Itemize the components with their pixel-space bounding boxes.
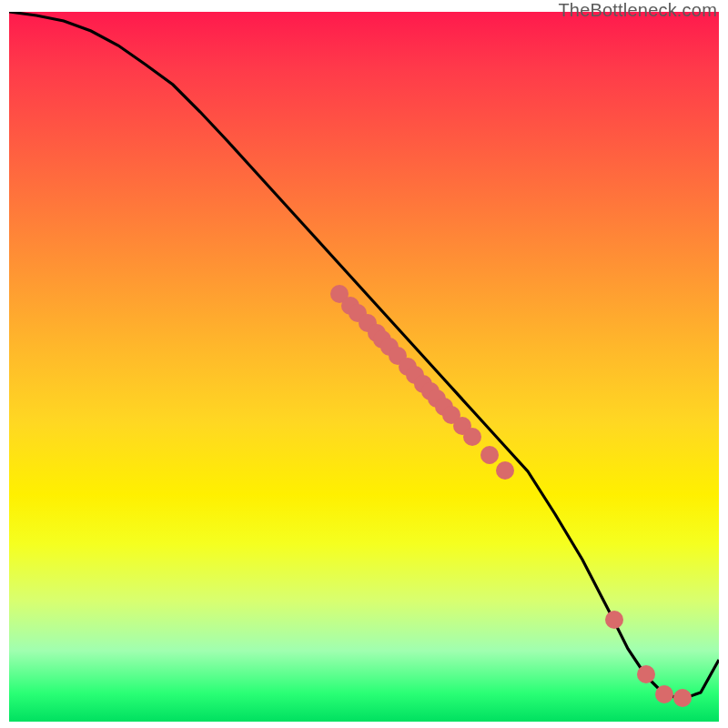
chart-container: TheBottleneck.com [0,0,728,728]
chart-curve [9,12,719,699]
chart-marker [480,446,499,464]
chart-marker [496,461,514,480]
chart-marker [605,611,623,629]
chart-marker [637,665,655,683]
chart-overlay [9,12,719,722]
chart-marker [655,685,673,703]
chart-marker [463,428,481,446]
chart-marker [673,689,692,707]
chart-markers [330,285,692,707]
